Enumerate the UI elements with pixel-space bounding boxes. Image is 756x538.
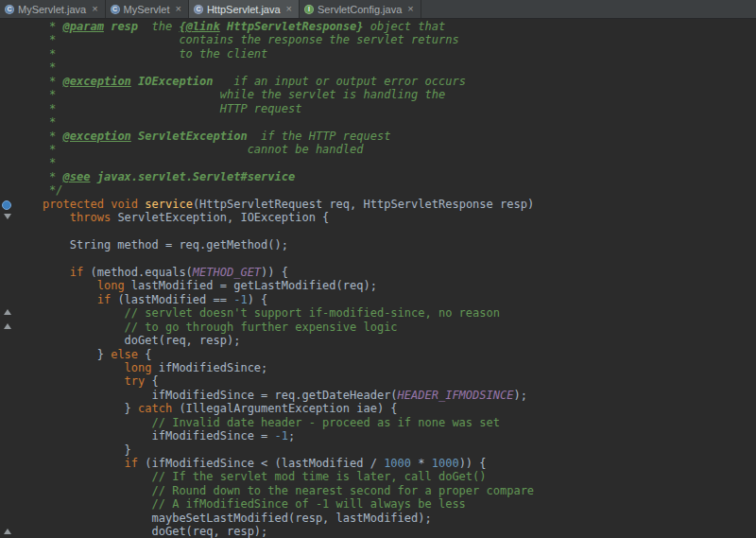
code-token: )) {: [459, 457, 487, 470]
code-line[interactable]: if (method.equals(METHOD_GET)) {: [15, 266, 756, 279]
code-token: [131, 75, 138, 88]
code-token: throws: [70, 211, 111, 224]
code-token: IOException: [138, 75, 213, 88]
code-line[interactable]: // servlet doesn't support if-modified-s…: [15, 306, 756, 320]
code-token: {: [138, 348, 151, 361]
code-line[interactable]: String method = req.getMethod();: [15, 238, 756, 252]
tab-httpservlet-java[interactable]: CHttpServlet.java×: [189, 0, 300, 18]
code-line[interactable]: ifModifiedSince = -1;: [15, 429, 756, 443]
gutter-arrow-up-icon[interactable]: [4, 323, 11, 329]
tab-label: MyServlet: [124, 4, 170, 15]
tab-servletconfig-java[interactable]: IServletConfig.java×: [300, 0, 421, 18]
class-icon: C: [5, 5, 14, 14]
code-line[interactable]: throws ServletException, IOException {: [15, 211, 756, 224]
code-line[interactable]: *: [15, 156, 756, 169]
code-token: // A ifModifiedSince of -1 will always b…: [152, 497, 466, 511]
code-token: * contains the response the servlet retu…: [15, 33, 459, 46]
code-token: *: [15, 170, 63, 183]
code-line[interactable]: */: [15, 183, 756, 197]
code-token: [15, 416, 152, 429]
code-line[interactable]: doGet(req, resp);: [15, 525, 756, 538]
code-line[interactable]: * @exception ServletException if the HTT…: [15, 130, 756, 143]
class-icon: C: [111, 5, 120, 14]
code-token: [15, 497, 152, 511]
editor-tab-bar: CMyServlet.java×CMyServlet×CHttpServlet.…: [0, 0, 756, 19]
gutter[interactable]: [0, 19, 15, 538]
code-token: (method.equals(: [83, 266, 193, 279]
code-line[interactable]: if (ifModifiedSince < (lastModified / 10…: [15, 457, 756, 470]
code-token: maybeSetLastModified(resp, lastModified)…: [15, 512, 432, 525]
code-token: * while the servlet is handling the: [15, 88, 445, 101]
code-line[interactable]: } catch (IllegalArgumentException iae) {: [15, 402, 756, 415]
editor-pane[interactable]: * @param resp the {@link HttpServletResp…: [0, 19, 756, 538]
tab-close-icon[interactable]: ×: [92, 4, 97, 14]
code-token: long: [97, 279, 125, 292]
code-line[interactable]: // to go through further expensive logic: [15, 321, 756, 334]
code-line[interactable]: // Round down to the nearest second for …: [15, 484, 756, 497]
code-token: catch: [138, 402, 172, 415]
code-token: *: [15, 75, 63, 88]
code-line[interactable]: } else {: [15, 348, 756, 361]
code-line[interactable]: * @param resp the {@link HttpServletResp…: [15, 20, 756, 33]
code-token: [15, 293, 97, 306]
code-line[interactable]: maybeSetLastModified(resp, lastModified)…: [15, 512, 756, 525]
code-token: @see: [63, 170, 91, 183]
code-line[interactable]: *: [15, 115, 756, 129]
code-line[interactable]: ifModifiedSince = req.getDateHeader(HEAD…: [15, 389, 756, 402]
code-token: // to go through further expensive logic: [125, 321, 398, 334]
code-token: HEADER_IFMODSINCE: [398, 389, 514, 402]
code-token: [15, 374, 125, 388]
code-line[interactable]: try {: [15, 374, 756, 388]
code-token: ifModifiedSince =: [15, 429, 275, 443]
code-line[interactable]: *: [15, 61, 756, 74]
tab-close-icon[interactable]: ×: [407, 4, 413, 14]
code-line[interactable]: }: [15, 443, 756, 457]
tab-label: ServletConfig.java: [318, 4, 402, 15]
code-token: *: [15, 61, 56, 74]
code-token: [15, 321, 125, 334]
code-token: 1000: [384, 457, 411, 470]
code-line[interactable]: * @see javax.servlet.Servlet#service: [15, 170, 756, 183]
code-line[interactable]: * cannot be handled: [15, 143, 756, 156]
code-content[interactable]: * @param resp the {@link HttpServletResp…: [15, 20, 756, 538]
tab-myservlet-java[interactable]: CMyServlet.java×: [0, 0, 106, 18]
code-token: ServletException: [138, 130, 248, 143]
code-token: *: [15, 130, 63, 143]
code-token: ServletException, IOException {: [111, 211, 329, 224]
code-line[interactable]: protected void service(HttpServletReques…: [15, 198, 756, 211]
code-line[interactable]: // Invalid date header - proceed as if n…: [15, 416, 756, 429]
code-token: ifModifiedSince;: [152, 361, 268, 374]
code-line[interactable]: // A ifModifiedSince of -1 will always b…: [15, 497, 756, 511]
code-token: [15, 361, 125, 374]
code-token: ) {: [248, 293, 268, 306]
breakpoint-icon[interactable]: [2, 200, 11, 210]
gutter-arrow-down-icon[interactable]: [4, 214, 11, 219]
code-line[interactable]: doGet(req, resp);: [15, 334, 756, 347]
code-token: [15, 266, 70, 279]
code-line[interactable]: // If the servlet mod time is later, cal…: [15, 470, 756, 483]
code-line[interactable]: if (lastModified == -1) {: [15, 293, 756, 306]
code-line[interactable]: [15, 225, 756, 238]
code-token: object that: [364, 20, 446, 33]
code-token: else: [111, 348, 138, 361]
code-token: [15, 484, 152, 497]
tab-close-icon[interactable]: ×: [286, 4, 292, 14]
code-token: {@link: [179, 20, 219, 33]
tab-close-icon[interactable]: ×: [175, 4, 180, 14]
code-token: doGet(req, resp);: [15, 525, 267, 538]
code-token: )) {: [261, 266, 288, 279]
code-token: long: [125, 361, 152, 374]
tab-myservlet[interactable]: CMyServlet×: [106, 0, 189, 18]
code-line[interactable]: * contains the response the servlet retu…: [15, 33, 756, 46]
code-line[interactable]: * while the servlet is handling the: [15, 88, 756, 101]
gutter-arrow-up-icon[interactable]: [4, 309, 11, 315]
code-line[interactable]: long lastModified = getLastModified(req)…: [15, 279, 756, 292]
code-line[interactable]: * to the client: [15, 47, 756, 61]
code-token: @exception: [63, 75, 131, 88]
code-token: [15, 470, 152, 483]
gutter-arrow-up-icon[interactable]: [4, 529, 11, 534]
code-line[interactable]: long ifModifiedSince;: [15, 361, 756, 374]
code-line[interactable]: * @exception IOException if an input or …: [15, 75, 756, 88]
code-line[interactable]: * HTTP request: [15, 102, 756, 115]
code-line[interactable]: [15, 252, 756, 265]
